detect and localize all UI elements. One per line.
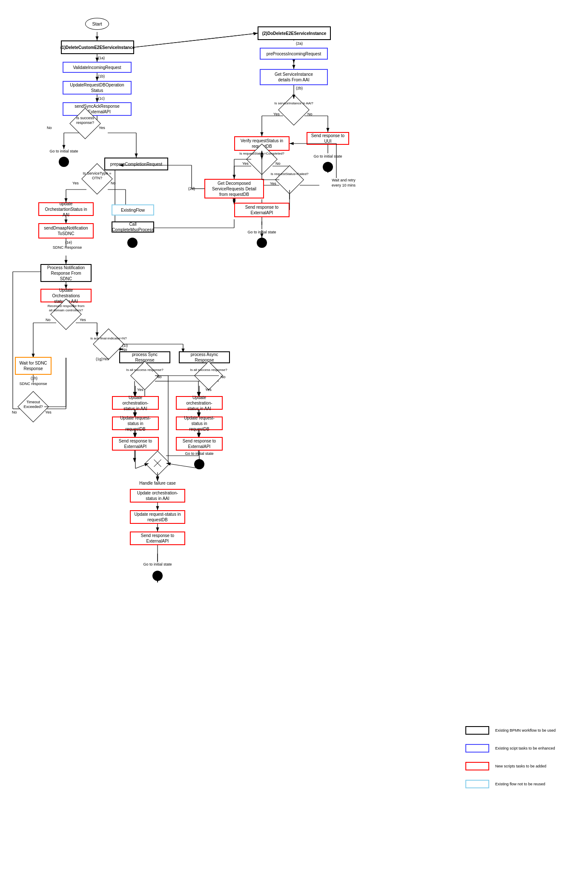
node-prepare-completion: prepareCompletionRequest [104, 158, 168, 170]
start-node: Start [85, 18, 109, 30]
label-2b: (2b) [291, 86, 308, 91]
node-send-uui: Send response to UUI [307, 132, 349, 145]
node-1-delete-custom: (1)DeleteCustomE2EServiceInstance [61, 40, 134, 54]
node-send-resp-ext: Send response toExternalAPI [234, 203, 290, 217]
node-update-orch-async: Update orchestration-status in AAI [176, 396, 223, 410]
node-wait-sdnc: Wait for SDNCResponse [15, 357, 52, 375]
node-validate: ValidateIncomingRequest [63, 62, 132, 73]
legend-item-blue: Existing scipt tasks to be enhanced [465, 743, 575, 753]
node-get-si: Get ServiceInstancedetails From AAI [260, 69, 328, 85]
svg-line-80 [134, 33, 258, 47]
node-2-do-delete: (2)DoDeleteE2EServiceInstance [258, 26, 331, 40]
legend-item-red: New scripts tasks to be added [465, 761, 575, 771]
label-2a: (2a) [291, 41, 308, 46]
label-handle-failure: Handle failure case [130, 480, 185, 486]
node-send-resp-async: Send response toExternalAPI [176, 437, 223, 451]
node-update-orch-sync: Update orchestration-status in AAI [112, 396, 159, 410]
end-circle-fail [152, 571, 163, 581]
node-update-req-fail: Update request-status inrequestDB [130, 510, 185, 524]
node-call-complete: CallCompleteMsoProcess [112, 221, 154, 233]
node-update-orch-fail: Update orchestration-status in AAI [130, 489, 185, 503]
legend: Existing BPMN workflow to be used Existi… [465, 725, 575, 797]
node-send-dmaap: sendDmaapNotificationToSDNC [38, 223, 94, 238]
diagram-container: Start (1)DeleteCustomE2EServiceInstance … [0, 0, 588, 882]
go-initial-1: Go to initial state [43, 149, 85, 154]
node-send-resp-sync: Send response toExternalAPI [112, 437, 159, 451]
node-update-orch: updateOrchestartionStatus in AAI [38, 202, 94, 216]
label-sdnc-resp2: SDNC response [15, 382, 52, 387]
svg-line-119 [134, 33, 258, 47]
legend-item-lightblue: Existing flow not to be reused [465, 779, 575, 789]
go-initial-ext: Go to initial state [244, 230, 279, 235]
node-send-resp-fail: Send response toExternalAPI [130, 531, 185, 545]
label-wait-retry: Wait and retryevery 10 mins [320, 178, 367, 188]
node-update-request: UpdateRequestDBOperationStatus [63, 81, 132, 95]
end-circle-1 [59, 157, 69, 167]
end-circle-complete [127, 238, 138, 248]
go-initial-uui: Go to initial state [309, 154, 347, 159]
end-circle-uui [323, 162, 333, 172]
node-existing-flow: ExistingFlow [112, 204, 154, 215]
node-update-req-sync: Update request-status inrequestDB [112, 417, 159, 430]
node-pre-process: preProcessIncomingRequest [260, 48, 328, 60]
label-1h: (1h) [26, 376, 43, 381]
label-sdnc-response: SDNC Response [46, 245, 89, 251]
legend-item-black: Existing BPMN workflow to be used [465, 725, 575, 735]
node-process-async: process Async Response [179, 351, 230, 363]
label-1b: (1b) [93, 74, 110, 80]
node-send-sync-ack: sendSyncAckResponseToExternalAPI [63, 102, 132, 116]
node-process-notif: Process NotificationResponse FromSDNC [40, 264, 92, 282]
end-circle-async [194, 459, 204, 469]
label-1c: (1c) [93, 96, 110, 102]
label-1a: (1a) [93, 55, 110, 61]
go-initial-async: Go to initial state [176, 451, 223, 457]
end-circle-ext [257, 238, 267, 248]
node-update-req-async: Update request-status inrequestDB [176, 417, 223, 430]
node-get-decomp: Get DecomposedServiceRequests Detailfrom… [204, 179, 264, 198]
go-initial-fail: Go to initial state [130, 562, 185, 567]
label-2d: (2d) [183, 187, 200, 192]
